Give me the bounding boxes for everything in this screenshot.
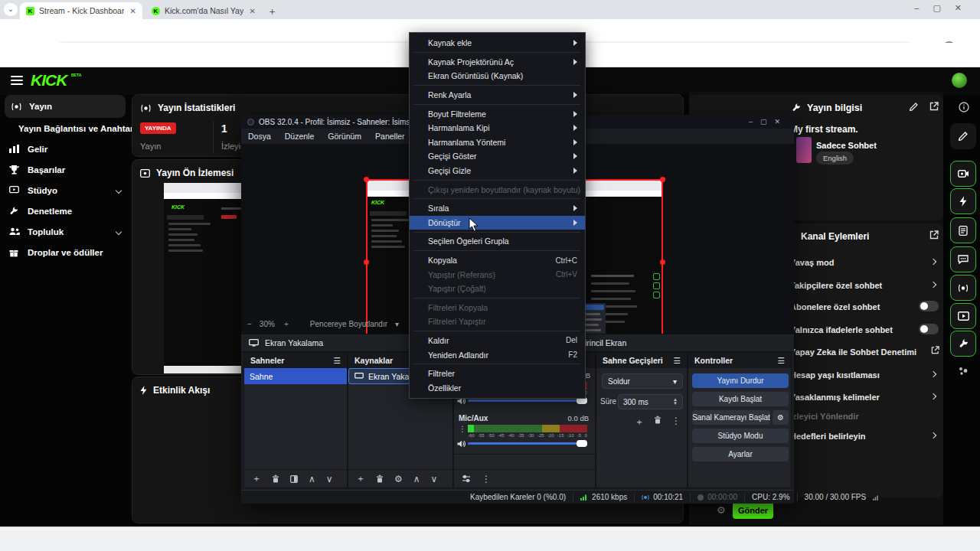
clips-button[interactable] <box>950 303 976 329</box>
menu-duzenle[interactable]: Düzenle <box>278 132 322 141</box>
toggle-off[interactable] <box>919 301 939 311</box>
menu-item-harmanlama-yontemi[interactable]: Harmanlama Yöntemi <box>410 135 585 150</box>
tab-search-icon[interactable]: ⌄ <box>4 3 18 16</box>
menu-item-boyut-filtreleme[interactable]: Boyut Filtreleme <box>410 106 585 121</box>
sidebar-item-yayin-baglantisi[interactable]: Yayın Bağlantısı ve Anahtarları <box>0 118 130 139</box>
dock-menu-icon[interactable]: ☰ <box>674 356 681 365</box>
transform-handle[interactable] <box>660 259 665 265</box>
menu-paneller[interactable]: Paneller <box>368 132 412 141</box>
zoom-in-icon[interactable]: ＋ <box>283 318 290 329</box>
duration-spinner[interactable]: 300 ms ▲▼ <box>618 394 683 409</box>
poll-button[interactable] <box>950 217 976 243</box>
menu-item-kaldir[interactable]: KaldırDel <box>410 334 585 348</box>
kick-logo[interactable]: KICK <box>31 71 67 90</box>
menu-item-gecisi-gizle[interactable]: Geçişi Gizle <box>410 164 585 178</box>
move-up-icon[interactable]: ∧ <box>413 474 420 484</box>
moderation-button[interactable] <box>950 331 976 357</box>
ch2-options-icon[interactable]: ⋮ <box>459 425 466 433</box>
start-virtual-camera-button[interactable]: Sanal Kamerayı Başlat <box>692 410 770 425</box>
mixer-settings-icon[interactable] <box>462 474 471 483</box>
transform-handle[interactable] <box>364 259 369 265</box>
start-recording-button[interactable]: Kaydı Başlat <box>692 392 789 406</box>
scene-filters-icon[interactable] <box>290 475 298 483</box>
studio-mode-button[interactable]: Stüdyo Modu <box>692 429 789 443</box>
action-emotes-only[interactable]: Yalnızca ifadelerle sohbet <box>790 325 893 334</box>
menu-item-renk-ayarla[interactable]: Renk Ayarla <box>410 88 585 103</box>
spin-down-icon[interactable]: ▼ <box>673 402 678 406</box>
new-tab-button[interactable]: ＋ <box>267 5 277 18</box>
sidebar-item-basarilar[interactable]: Başarılar <box>0 159 130 180</box>
stop-streaming-button[interactable]: Yayını Durdur <box>692 373 789 388</box>
add-icon[interactable]: ＋ <box>252 472 261 485</box>
dropdown-arrow-icon[interactable]: ▾ <box>395 320 399 328</box>
info-icon[interactable] <box>959 102 969 112</box>
virtual-camera-settings-icon[interactable]: ⚙ <box>773 410 789 425</box>
browser-tab-active[interactable]: K Stream - Kick Dashboard ✕ <box>20 2 142 19</box>
menu-item-ozellikler[interactable]: Özellikler <box>410 380 585 395</box>
menu-item-yeniden-adlandir[interactable]: Yeniden AdlandırF2 <box>410 347 585 362</box>
menu-item-donustur[interactable]: Dönüştür <box>410 216 585 230</box>
transform-handle[interactable] <box>364 177 369 182</box>
expand-icon[interactable] <box>929 230 939 240</box>
obs-window-controls[interactable]: –▢✕ <box>749 118 788 126</box>
action-set-goals[interactable]: Hedefleri belirleyin <box>790 432 865 441</box>
clip-camera-button[interactable] <box>950 161 976 187</box>
sidebar-item-studyo[interactable]: Stüdyo <box>0 180 130 201</box>
source-properties-icon[interactable]: ⚙ <box>394 474 403 484</box>
action-ai-moderation[interactable]: Yapay Zeka ile Sohbet Denetimi <box>790 347 916 357</box>
menu-dosya[interactable]: Dosya <box>241 132 278 141</box>
menu-item-sirala[interactable]: Sırala <box>410 201 585 216</box>
transition-menu-icon[interactable]: ⋮ <box>671 416 681 429</box>
zoom-out-icon[interactable]: − <box>247 320 252 328</box>
move-up-icon[interactable]: ∧ <box>309 474 315 484</box>
browser-tab-inactive[interactable]: K Kick.com'da Nasıl Yayın Yapılır ✕ <box>145 2 262 19</box>
tab-close-icon[interactable]: ✕ <box>250 7 256 15</box>
fit-mode[interactable]: Pencereye Boyutlandır <box>310 320 387 328</box>
tab-close-icon[interactable]: ✕ <box>130 7 136 15</box>
sidebar-item-denetleme[interactable]: Denetleme <box>0 201 130 221</box>
dock-menu-icon[interactable]: ☰ <box>334 356 341 365</box>
menu-item-filtreler[interactable]: Filtreler <box>410 367 585 381</box>
hamburger-menu-icon[interactable] <box>11 76 23 85</box>
remove-icon[interactable] <box>376 474 384 483</box>
raid-button[interactable] <box>950 275 976 301</box>
sidebar-item-topluluk[interactable]: Topluluk <box>0 221 130 242</box>
expand-icon[interactable] <box>929 102 939 111</box>
edit-pencil-icon[interactable] <box>910 103 918 111</box>
action-slow-mode[interactable]: Yavaş mod <box>790 258 834 267</box>
ch1-volume-slider[interactable] <box>468 399 587 402</box>
settings-button[interactable]: Ayarlar <box>692 447 789 461</box>
more-dots-icon[interactable] <box>957 366 969 377</box>
add-icon[interactable]: ＋ <box>635 416 644 429</box>
chat-settings-gear-icon[interactable]: ⚙ <box>717 504 726 516</box>
menu-item-ekran-goruntusu[interactable]: Ekran Görüntüsü (Kaynak) <box>410 69 585 83</box>
menu-gorunum[interactable]: Görünüm <box>321 132 368 141</box>
remove-icon[interactable] <box>654 416 662 429</box>
edit-stream-button[interactable] <box>950 123 976 149</box>
move-down-icon[interactable]: ∨ <box>326 474 333 484</box>
dock-menu-icon[interactable]: ☰ <box>778 356 785 365</box>
mixer-menu-icon[interactable]: ⋮ <box>482 474 491 484</box>
action-banned-words[interactable]: Yasaklanmış kelimeler <box>790 393 880 402</box>
chat-commands-button[interactable] <box>950 246 976 272</box>
menu-item-gecisi-goster[interactable]: Geçişi Göster <box>410 149 585 164</box>
sidebar-item-droplar[interactable]: Droplar ve ödüller <box>0 242 130 262</box>
action-subs-chat[interactable]: Abonelere özel sohbet <box>790 302 880 311</box>
sidebar-item-gelir[interactable]: Gelir <box>0 139 130 159</box>
browser-window-controls[interactable]: –▢✕ <box>914 3 975 13</box>
action-followers-chat[interactable]: Takipçilere özel sohbet <box>790 281 882 290</box>
menu-item-harmanlama-kipi[interactable]: Harmanlama Kipi <box>410 121 585 135</box>
sidebar-item-yayin[interactable]: Yayın <box>5 95 126 118</box>
remove-icon[interactable] <box>272 474 279 483</box>
menu-item-kaynak-ekle[interactable]: Kaynak ekle <box>410 36 585 51</box>
transform-handle[interactable] <box>660 177 665 182</box>
ch2-volume-slider[interactable] <box>468 442 587 445</box>
scene-item-selected[interactable]: Sahne <box>244 368 347 384</box>
menu-item-ogeleri-grupla[interactable]: Seçilen Ögeleri Grupla <box>410 234 585 249</box>
category-thumbnail[interactable] <box>796 137 812 163</box>
add-icon[interactable]: ＋ <box>356 472 365 485</box>
ch2-speaker-icon[interactable] <box>457 440 466 448</box>
menu-item-kaynak-projektoru[interactable]: Kaynak Projektörünü Aç <box>410 55 585 70</box>
menu-item-kopyala[interactable]: KopyalaCtrl+C <box>410 253 585 268</box>
move-down-icon[interactable]: ∨ <box>431 474 438 484</box>
